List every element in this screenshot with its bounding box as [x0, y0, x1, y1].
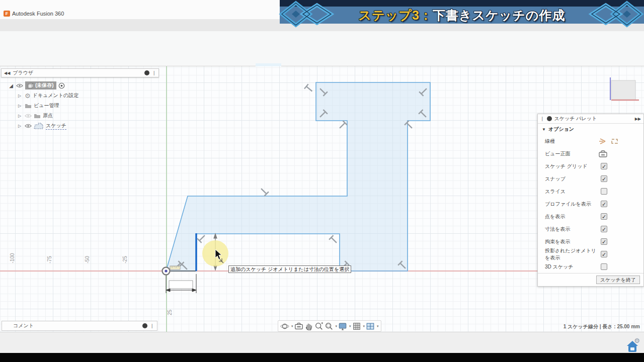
assistant-home-icon[interactable]: ⚙	[625, 337, 642, 354]
letterbox-bar	[0, 353, 644, 362]
visibility-eye-icon[interactable]	[25, 124, 32, 128]
browser-item-document-settings[interactable]: ▷ ⚙ ドキュメントの設定	[8, 90, 159, 101]
app-title: Autodesk Fusion 360	[12, 11, 64, 17]
panel-grip-icon[interactable]: ❙	[152, 70, 156, 75]
visibility-eye-icon[interactable]	[16, 83, 23, 88]
checkbox[interactable]: ✓	[601, 263, 607, 270]
browser-header[interactable]: ◀◀ ブラウザ ❙	[1, 68, 159, 77]
zoom-window-icon[interactable]	[325, 322, 334, 331]
browser-root-item[interactable]: ◢ (未保存)	[8, 80, 159, 90]
checkbox[interactable]: ✓	[601, 201, 607, 207]
construction-line-icon[interactable]	[610, 138, 618, 145]
viewports-icon[interactable]	[366, 322, 375, 331]
checkbox[interactable]: ✓	[601, 226, 607, 232]
x-axis-tick-label: -75	[47, 256, 52, 263]
pan-hand-icon[interactable]	[304, 322, 313, 331]
palette-row-snap: スナップ ✓	[538, 172, 643, 185]
folder-icon	[25, 103, 32, 109]
status-bar-text: 1 スケッチ線分 | 長さ : 25.00 mm	[564, 323, 640, 330]
panel-dot-icon	[142, 323, 147, 328]
checkbox[interactable]: ✓	[601, 213, 607, 220]
component-icon	[28, 83, 33, 88]
palette-row-show-constraints: 拘束を表示 ✓	[538, 235, 643, 248]
x-axis-tick-label: -50	[85, 256, 90, 263]
palette-row-lookat: ビュー正面	[538, 147, 643, 160]
browser-item-origin[interactable]: ▷ 原点	[8, 111, 159, 121]
y-axis-line	[166, 66, 167, 332]
collapse-icon[interactable]: ◀◀	[4, 71, 10, 75]
panel-grip-icon[interactable]: ❙	[540, 116, 544, 121]
activate-radio-icon[interactable]	[58, 82, 65, 89]
palette-row-slice: スライス ✓	[538, 185, 643, 198]
browser-panel: ◀◀ ブラウザ ❙ ◢ (未保存) ▷ ⚙ ドキュメントの設定 ▷ ビュー管理 …	[1, 68, 159, 131]
expander-icon[interactable]: ▷	[17, 114, 23, 118]
palette-row-show-dimensions: 寸法を表示 ✓	[538, 223, 643, 235]
palette-options-section[interactable]: ▼ オプション	[538, 124, 643, 135]
section-collapse-icon: ▼	[542, 127, 546, 132]
display-settings-icon[interactable]	[338, 322, 347, 331]
orbit-icon[interactable]	[280, 322, 289, 331]
hint-tooltip: 追加のスケッチ ジオメトリまたは寸法の位置を選択	[228, 265, 351, 273]
quick-access-toolbar: ▾ ▾ ▾ 機関車 v1*	[0, 19, 644, 31]
panel-grip-icon[interactable]: ❙	[150, 323, 154, 328]
view-cube[interactable]	[603, 69, 644, 106]
finish-sketch-button[interactable]: スケッチを終了	[596, 276, 640, 284]
sketch-profile-icon	[34, 123, 44, 129]
palette-title: スケッチ パレット	[554, 115, 597, 122]
palette-row-show-profile: プロファイルを表示 ✓	[538, 198, 643, 210]
fusion-app-icon: F	[4, 11, 10, 17]
palette-row-show-projected: 投影されたジオメトリを表示 ✓	[538, 248, 643, 260]
zoom-icon[interactable]	[314, 322, 324, 331]
checkbox[interactable]: ✓	[601, 251, 607, 257]
centerline-icon[interactable]	[598, 138, 606, 145]
comment-label: コメント	[13, 322, 34, 329]
panel-dot-icon[interactable]	[144, 70, 149, 75]
browser-item-sketches[interactable]: ▷ スケッチ	[8, 121, 159, 131]
expand-icon[interactable]: ▶▶	[635, 117, 641, 121]
navigation-bar: ▾ ▾ ▾ ▾ ▾	[278, 320, 381, 332]
ribbon-toolbar: ソリッド サーフェス メッシュ シート メタル ツール 管理 スケッチ デザイン…	[0, 31, 644, 66]
checkbox[interactable]: ✓	[601, 163, 607, 169]
title-bar: F Autodesk Fusion 360	[0, 0, 644, 19]
palette-row-3d-sketch: 3D スケッチ ✓	[538, 260, 643, 273]
comment-bar[interactable]: コメント ❙	[2, 321, 157, 331]
palette-header[interactable]: ❙ スケッチ パレット ▶▶	[538, 114, 643, 124]
look-at-icon[interactable]	[599, 150, 607, 157]
expander-icon[interactable]: ◢	[8, 83, 14, 88]
selected-document-chip[interactable]: (未保存)	[25, 81, 56, 89]
sketch-palette-panel: ❙ スケッチ パレット ▶▶ ▼ オプション 線種 ビュー正面 スケッチ グリッ…	[537, 114, 644, 287]
look-at-icon[interactable]	[294, 322, 303, 331]
x-axis-tick-label: -100	[10, 253, 15, 263]
expander-icon[interactable]: ▷	[17, 104, 23, 108]
visibility-eye-icon-dim[interactable]	[25, 114, 32, 118]
expander-icon[interactable]: ▷	[17, 94, 23, 98]
gear-icon: ⚙	[25, 92, 31, 100]
checkbox[interactable]: ✓	[601, 238, 607, 245]
palette-row-sketch-grid: スケッチ グリッド ✓	[538, 160, 643, 172]
browser-item-named-views[interactable]: ▷ ビュー管理	[8, 101, 159, 111]
checkbox[interactable]: ✓	[601, 188, 607, 195]
y-axis-tick-label: 25	[167, 310, 173, 315]
checkbox[interactable]: ✓	[601, 175, 607, 182]
folder-icon	[34, 113, 41, 119]
panel-dot-icon	[547, 116, 552, 121]
timeline-bar	[0, 332, 644, 353]
grid-settings-icon[interactable]	[352, 322, 361, 331]
palette-row-linetype: 線種	[538, 135, 643, 147]
expander-icon[interactable]: ▷	[17, 124, 23, 128]
x-axis-tick-label: -25	[122, 256, 128, 263]
browser-title: ブラウザ	[13, 69, 33, 76]
palette-row-show-points: 点を表示 ✓	[538, 210, 643, 223]
